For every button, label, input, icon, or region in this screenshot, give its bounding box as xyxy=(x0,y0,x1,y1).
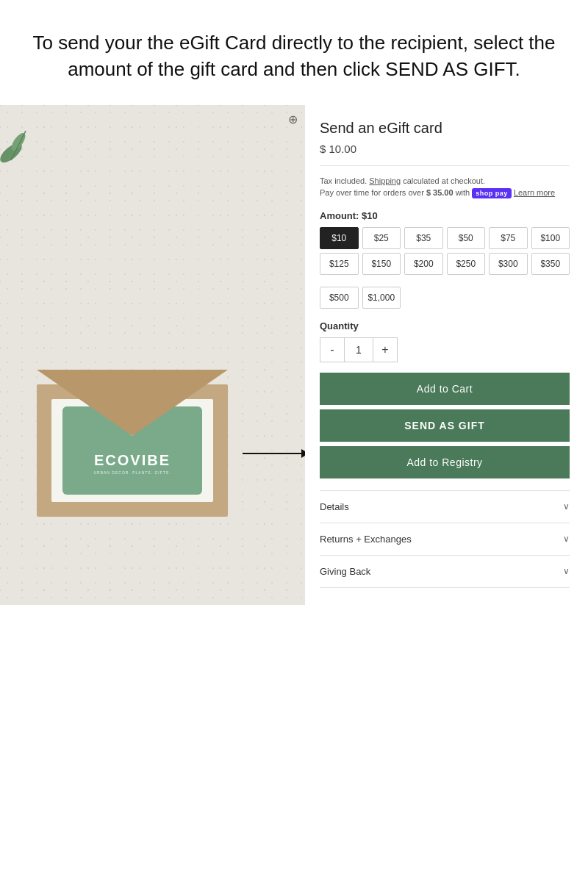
amount-button-75[interactable]: $75 xyxy=(489,227,528,249)
accordion-item-0: Details∨ xyxy=(320,490,570,523)
accordion-header-2[interactable]: Giving Back∨ xyxy=(320,556,570,587)
quantity-label: Quantity xyxy=(320,320,570,331)
envelope: A GIFT FOR YOU! ECOVIBE xyxy=(37,370,228,517)
product-details-panel: Send an eGift card $ 10.00 Tax included.… xyxy=(305,105,588,605)
quantity-value: 1 xyxy=(344,338,373,362)
amount-button-500[interactable]: $500 xyxy=(320,287,359,309)
product-title: Send an eGift card xyxy=(320,120,570,137)
product-image: A GIFT FOR YOU! ECOVIBE xyxy=(0,105,305,605)
amount-button-150[interactable]: $150 xyxy=(362,253,401,275)
quantity-decrease-button[interactable]: - xyxy=(320,338,344,362)
chevron-down-icon: ∨ xyxy=(563,534,570,544)
accordion-header-0[interactable]: Details∨ xyxy=(320,491,570,523)
tax-text: Tax included. xyxy=(320,176,367,185)
amount-label: Amount: $10 xyxy=(320,210,570,221)
zoom-icon[interactable]: ⊕ xyxy=(288,112,298,126)
product-image-wrapper: A GIFT FOR YOU! ECOVIBE xyxy=(0,105,305,605)
accordion-label-2: Giving Back xyxy=(320,566,370,577)
accordion-item-1: Returns + Exchanges∨ xyxy=(320,523,570,555)
amount-grid-row1: $10$25$35$50$75$100 xyxy=(320,227,570,249)
amount-button-10[interactable]: $10 xyxy=(320,227,359,249)
background-texture xyxy=(0,105,305,605)
amount-button-250[interactable]: $250 xyxy=(447,253,486,275)
product-price: $ 10.00 xyxy=(320,143,570,166)
shop-pay-badge: shop pay xyxy=(472,188,512,198)
amount-button-50[interactable]: $50 xyxy=(447,227,486,249)
chevron-down-icon: ∨ xyxy=(563,566,570,576)
amount-button-35[interactable]: $35 xyxy=(404,227,443,249)
brand-name: ECOVIBE xyxy=(94,452,171,469)
instruction-text: To send your the eGift Card directly to … xyxy=(32,32,555,80)
envelope-flap xyxy=(37,370,228,436)
tax-shipping-note: Tax included. Shipping calculated at che… xyxy=(320,176,570,185)
shipping-link[interactable]: Shipping xyxy=(369,176,401,185)
amount-button-1,000[interactable]: $1,000 xyxy=(362,287,401,309)
amount-grid-row2: $125$150$200$250$300$350 xyxy=(320,253,570,275)
add-to-registry-button[interactable]: Add to Registry xyxy=(320,446,570,478)
leaf-decoration xyxy=(0,116,55,175)
arrow-annotation xyxy=(243,449,305,458)
brand-tagline: URBAN DECOR. PLANTS. GIFTS. xyxy=(93,470,171,475)
shop-pay-suffix: with xyxy=(456,188,470,197)
product-section: A GIFT FOR YOU! ECOVIBE xyxy=(0,105,588,634)
shop-pay-threshold: $ 35.00 xyxy=(426,188,453,197)
accordion-item-2: Giving Back∨ xyxy=(320,555,570,588)
send-as-gift-button[interactable]: SEND AS GIFT xyxy=(320,409,570,442)
amount-button-25[interactable]: $25 xyxy=(362,227,401,249)
amount-button-100[interactable]: $100 xyxy=(531,227,570,249)
learn-more-link[interactable]: Learn more xyxy=(514,188,555,197)
shop-pay-line: Pay over time for orders over $ 35.00 wi… xyxy=(320,188,570,198)
amount-button-300[interactable]: $300 xyxy=(489,253,528,275)
accordion-label-1: Returns + Exchanges xyxy=(320,534,412,545)
chevron-down-icon: ∨ xyxy=(563,501,570,512)
add-to-cart-button[interactable]: Add to Cart xyxy=(320,373,570,405)
quantity-control: - 1 + xyxy=(320,337,398,362)
instruction-banner: To send your the eGift Card directly to … xyxy=(0,0,588,105)
arrow-head xyxy=(301,449,305,458)
arrow-line xyxy=(243,453,301,454)
shipping-suffix: calculated at checkout. xyxy=(403,176,485,185)
accordion-label-0: Details xyxy=(320,501,349,512)
amount-button-125[interactable]: $125 xyxy=(320,253,359,275)
accordion: Details∨Returns + Exchanges∨Giving Back∨ xyxy=(320,490,570,588)
accordion-header-1[interactable]: Returns + Exchanges∨ xyxy=(320,523,570,555)
quantity-increase-button[interactable]: + xyxy=(373,338,397,362)
amount-button-200[interactable]: $200 xyxy=(404,253,443,275)
amount-button-350[interactable]: $350 xyxy=(531,253,570,275)
shop-pay-prefix: Pay over time for orders over xyxy=(320,188,424,197)
amount-grid-row3: $500$1,000 xyxy=(320,287,570,309)
